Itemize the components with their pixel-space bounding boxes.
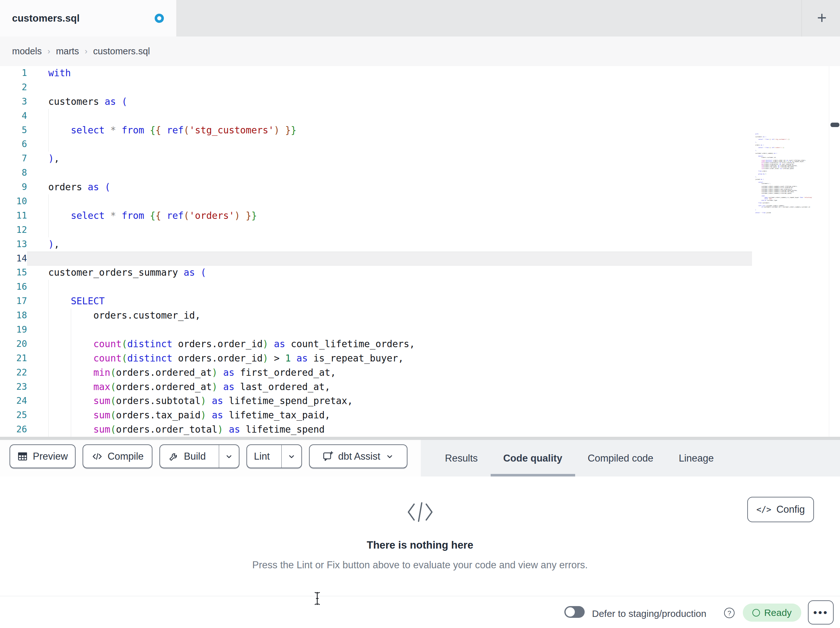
build-options-button[interactable] [219,445,239,468]
editor-line[interactable]: 19 [0,323,840,337]
code-line[interactable]: count(distinct orders.order_id) > 1 as i… [27,351,840,365]
editor-line[interactable]: 7), [0,152,840,166]
lint-button[interactable]: Lint [247,445,276,468]
editor-line[interactable]: 2 [0,81,840,95]
code-line[interactable]: select * from {{ ref('orders') }} [27,209,840,223]
assist-chat-icon [322,451,333,462]
line-number: 3 [0,95,27,109]
empty-state-title: There is nothing here [367,539,474,551]
horizontal-scrollbar[interactable] [0,437,840,440]
help-icon[interactable]: ? [724,607,734,618]
line-number: 8 [0,166,27,180]
editor-line[interactable]: 11 select * from {{ ref('orders') }} [0,209,840,223]
defer-toggle[interactable] [564,606,585,618]
editor-line[interactable]: 21 count(distinct orders.order_id) > 1 a… [0,351,840,365]
tab-compiled-code[interactable]: Compiled code [587,440,653,476]
line-number: 17 [0,294,27,308]
code-line[interactable]: max(orders.ordered_at) as last_ordered_a… [27,380,840,394]
editor-line[interactable]: 22 min(orders.ordered_at) as first_order… [0,365,840,380]
code-line[interactable] [27,109,840,123]
editor-line[interactable]: 5 select * from {{ ref('stg_customers') … [0,123,840,138]
code-line[interactable]: select * from {{ ref('stg_customers') }} [27,123,840,138]
minimap[interactable]: withcustomers as ( select * from {{ ref(… [755,133,818,217]
breadcrumb-item-marts[interactable]: marts [56,46,79,57]
code-line[interactable]: sum(orders.subtotal) as lifetime_spend_p… [27,394,840,408]
breadcrumb-bar: models › marts › customers.sql Save [0,36,840,66]
editor-line[interactable]: 6 [0,137,840,152]
code-line[interactable] [27,280,840,294]
breadcrumb-item-models[interactable]: models [12,46,42,57]
editor-line[interactable]: 18 orders.customer_id, [0,308,840,323]
editor[interactable]: 1with23customers as (45 select * from {{… [0,66,840,437]
code-line[interactable]: sum(orders.order_total) as lifetime_spen… [27,422,840,437]
code-slash-icon [405,500,435,524]
tab-code-quality-label: Code quality [503,452,562,464]
line-number: 23 [0,380,27,394]
line-number: 11 [0,209,27,223]
new-tab-button[interactable]: + [810,6,833,29]
tab-lineage[interactable]: Lineage [679,440,714,476]
code-line[interactable] [27,252,840,266]
code-line[interactable]: orders.customer_id, [27,308,840,323]
line-number: 14 [0,252,27,266]
editor-line[interactable]: 8 [0,166,840,180]
code-line[interactable] [27,81,840,95]
code-line[interactable]: sum(orders.tax_paid) as lifetime_tax_pai… [27,408,840,422]
editor-line[interactable]: 3customers as ( [0,95,840,109]
preview-button[interactable]: Preview [9,445,76,468]
editor-line[interactable]: 10 [0,195,840,209]
editor-line[interactable]: 25 sum(orders.tax_paid) as lifetime_tax_… [0,408,840,422]
tab-customers-sql[interactable]: customers.sql [0,0,176,36]
editor-line[interactable]: 9orders as ( [0,180,840,195]
editor-line[interactable]: 20 count(distinct orders.order_id) as co… [0,337,840,351]
editor-line[interactable]: 13), [0,237,840,252]
breadcrumb: models › marts › customers.sql [12,36,150,66]
lint-split-button: Lint [246,445,302,468]
overflow-menu-button[interactable]: ••• [808,600,834,625]
editor-line[interactable]: 4 [0,109,840,123]
line-number: 18 [0,308,27,323]
defer-label: Defer to staging/production [592,608,706,619]
code-line[interactable]: SELECT [27,294,840,308]
editor-line[interactable]: 12 [0,223,840,237]
code-line[interactable]: orders as ( [27,180,840,195]
toolbar: Preview Compile Build [0,440,840,476]
lint-options-button[interactable] [281,445,302,468]
code-line[interactable] [27,195,840,209]
code-line[interactable]: with [27,66,840,81]
breadcrumb-item-file[interactable]: customers.sql [93,46,150,57]
editor-line[interactable]: 23 max(orders.ordered_at) as last_ordere… [0,380,840,394]
code-line[interactable]: customers as ( [27,95,840,109]
tab-results[interactable]: Results [445,440,478,476]
tab-lineage-label: Lineage [679,452,714,464]
editor-line[interactable]: 16 [0,280,840,294]
dbt-assist-button[interactable]: dbt Assist [309,445,407,468]
code-line[interactable] [27,166,840,180]
code-line[interactable]: min(orders.ordered_at) as first_ordered_… [27,365,840,380]
config-button[interactable]: </> Config [747,497,814,522]
code-line[interactable] [27,137,840,152]
editor-line[interactable]: 17 SELECT [0,294,840,308]
code-line[interactable]: count(distinct orders.order_id) as count… [27,337,840,351]
editor-line[interactable]: 14 [0,252,840,266]
editor-line[interactable]: 26 sum(orders.order_total) as lifetime_s… [0,422,840,437]
action-buttons: Preview Compile Build [9,445,407,468]
editor-line[interactable]: 24 sum(orders.subtotal) as lifetime_spen… [0,394,840,408]
ready-label: Ready [764,607,792,618]
toggle-knob [565,607,575,617]
status-bar: Defer to staging/production ? Ready ••• [0,596,840,628]
line-number: 22 [0,365,27,380]
code-line[interactable] [27,223,840,237]
compile-button[interactable]: Compile [82,445,152,468]
code-line[interactable] [27,323,840,337]
code-line[interactable]: ), [27,237,840,252]
scrollbar-thumb[interactable] [831,123,839,127]
line-number: 1 [0,66,27,81]
code-line[interactable]: ), [27,152,840,166]
code-line[interactable]: customer_orders_summary as ( [27,266,840,280]
tab-code-quality[interactable]: Code quality [503,440,562,476]
build-button[interactable]: Build [160,445,214,468]
editor-line[interactable]: 1with [0,66,840,81]
editor-line[interactable]: 15customer_orders_summary as ( [0,266,840,280]
line-number: 9 [0,180,27,195]
